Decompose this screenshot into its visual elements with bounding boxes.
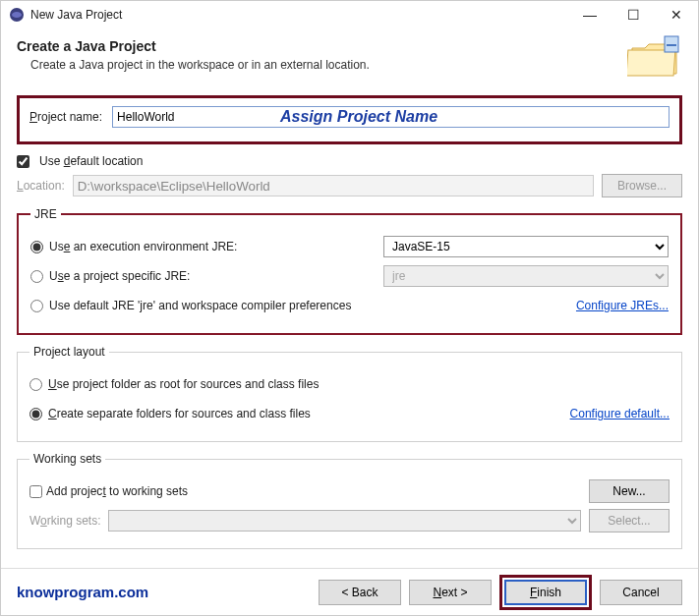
separate-folders-label: Create separate folders for sources and … (48, 407, 311, 420)
cancel-button[interactable]: Cancel (600, 580, 682, 605)
select-working-set-button: Select... (589, 509, 670, 532)
project-name-highlight: Project name: Assign Project Name (17, 95, 682, 144)
eclipse-icon (9, 7, 25, 23)
svg-point-1 (12, 12, 22, 18)
new-working-set-button[interactable]: New... (589, 479, 670, 503)
root-folder-radio[interactable] (29, 378, 42, 391)
separate-folders-radio[interactable] (29, 408, 42, 420)
svg-rect-2 (627, 50, 675, 76)
working-sets-label: Working sets: (29, 514, 108, 528)
finish-button[interactable]: Finish (504, 580, 587, 605)
browse-button: Browse... (602, 174, 682, 197)
location-input (73, 175, 594, 196)
button-bar: knowprogram.com < Back Next > Finish Can… (1, 568, 698, 615)
project-specific-select: jre (383, 265, 669, 287)
project-specific-radio[interactable] (30, 270, 43, 283)
wizard-header: Create a Java Project Create a Java proj… (1, 28, 698, 85)
add-working-sets-checkbox[interactable] (29, 485, 42, 498)
titlebar: New Java Project — ☐ ✕ (1, 1, 698, 28)
project-specific-label: Use a project specific JRE: (49, 269, 383, 283)
page-subtitle: Create a Java project in the workspace o… (30, 58, 682, 72)
project-layout-group: Project layout Use project folder as roo… (17, 345, 682, 442)
exec-env-select[interactable]: JavaSE-15 (383, 236, 669, 257)
exec-env-radio[interactable] (30, 241, 43, 253)
page-title: Create a Java Project (17, 38, 682, 54)
maximize-button[interactable]: ☐ (612, 1, 655, 28)
brand-text: knowprogram.com (17, 584, 148, 600)
default-jre-radio[interactable] (30, 300, 43, 312)
jre-legend: JRE (30, 207, 61, 221)
finish-highlight: Finish (499, 575, 592, 610)
svg-rect-4 (667, 44, 676, 46)
project-layout-legend: Project layout (29, 345, 109, 359)
project-name-label: Project name: (29, 110, 102, 124)
location-label: Location: (17, 179, 65, 193)
use-default-location-label: Use default location (39, 154, 143, 168)
working-sets-select (108, 510, 581, 532)
back-button[interactable]: < Back (319, 580, 401, 605)
working-sets-legend: Working sets (29, 452, 105, 466)
close-button[interactable]: ✕ (655, 1, 698, 28)
minimize-button[interactable]: — (568, 1, 612, 28)
working-sets-group: Working sets Add project to working sets… (17, 452, 682, 549)
window-title: New Java Project (30, 8, 568, 22)
folder-java-icon (627, 34, 682, 83)
root-folder-label: Use project folder as root for sources a… (48, 377, 319, 391)
configure-jres-link[interactable]: Configure JREs... (576, 299, 669, 312)
default-jre-label: Use default JRE 'jre' and workspace comp… (49, 299, 351, 312)
add-working-sets-label: Add project to working sets (46, 484, 188, 498)
project-name-input[interactable] (112, 106, 670, 128)
next-button[interactable]: Next > (409, 580, 492, 605)
exec-env-label: Use an execution environment JRE: (49, 240, 383, 253)
jre-group: JRE Use an execution environment JRE: Ja… (17, 207, 682, 335)
configure-default-link[interactable]: Configure default... (570, 407, 670, 420)
use-default-location-checkbox[interactable] (17, 155, 29, 168)
